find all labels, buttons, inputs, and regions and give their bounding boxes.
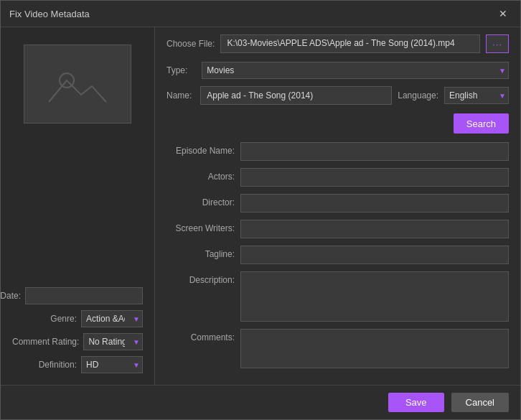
- language-label: Language:: [398, 90, 438, 101]
- episode-name-label: Episode Name:: [166, 142, 235, 156]
- left-fields: Release Date: Genre: Action &Adv Comedy …: [12, 287, 143, 373]
- language-select-wrapper: English French German Spanish ▼: [444, 87, 509, 104]
- name-language-row: Name: Language: English French German Sp…: [166, 86, 509, 105]
- left-panel: Release Date: Genre: Action &Adv Comedy …: [1, 27, 155, 385]
- type-row: Type: Movies TV Shows Music Videos ▼: [166, 62, 509, 79]
- genre-select[interactable]: Action &Adv Comedy Drama Horror: [81, 310, 143, 327]
- comments-textarea[interactable]: [240, 329, 509, 368]
- close-button[interactable]: ✕: [494, 6, 512, 21]
- screen-writers-label: Screen Writers:: [166, 220, 235, 233]
- language-select[interactable]: English French German Spanish: [444, 87, 509, 104]
- language-wrapper: Language: English French German Spanish …: [398, 87, 509, 104]
- screen-writers-input[interactable]: [240, 220, 509, 238]
- file-path-display: K:\03-Movies\APPLE ADS\Apple ad - The So…: [220, 34, 480, 53]
- tagline-row: Tagline:: [166, 246, 509, 264]
- content-area: Release Date: Genre: Action &Adv Comedy …: [1, 27, 520, 385]
- fix-video-metadata-dialog: Fix Video Metadata ✕ Release Date: Genre…: [0, 0, 521, 420]
- search-button[interactable]: Search: [454, 113, 509, 134]
- director-row: Director:: [166, 194, 509, 213]
- description-label: Description:: [166, 271, 235, 285]
- name-label: Name:: [166, 90, 192, 101]
- tagline-input[interactable]: [240, 246, 509, 264]
- comment-rating-label: Comment Rating:: [12, 337, 79, 347]
- name-input[interactable]: [200, 86, 392, 105]
- definition-select-wrapper: HD SD 4K ▼: [81, 356, 143, 373]
- screen-writers-row: Screen Writers:: [166, 220, 509, 238]
- comments-label: Comments:: [166, 329, 235, 342]
- type-label: Type:: [166, 65, 187, 75]
- director-label: Director:: [166, 194, 235, 207]
- comments-row: Comments:: [166, 329, 509, 368]
- cancel-button[interactable]: Cancel: [451, 393, 509, 412]
- tagline-label: Tagline:: [166, 246, 235, 259]
- dialog-title: Fix Video Metadata: [9, 9, 90, 19]
- episode-name-row: Episode Name:: [166, 142, 509, 161]
- browse-button[interactable]: ···: [486, 34, 509, 53]
- type-select-wrapper: Movies TV Shows Music Videos ▼: [202, 62, 509, 79]
- genre-select-wrapper: Action &Adv Comedy Drama Horror ▼: [81, 310, 143, 327]
- bottom-bar: Save Cancel: [1, 385, 520, 419]
- genre-label: Genre:: [12, 314, 77, 324]
- file-label: Choose File:: [166, 39, 215, 49]
- genre-row: Genre: Action &Adv Comedy Drama Horror ▼: [12, 310, 143, 327]
- description-row: Description:: [166, 271, 509, 322]
- release-date-input[interactable]: [25, 287, 143, 304]
- svg-rect-0: [42, 59, 113, 109]
- file-chooser-row: Choose File: K:\03-Movies\APPLE ADS\Appl…: [166, 34, 509, 53]
- type-select[interactable]: Movies TV Shows Music Videos: [202, 62, 509, 79]
- definition-select[interactable]: HD SD 4K: [81, 356, 143, 373]
- actors-input[interactable]: [240, 168, 509, 187]
- release-date-label: Release Date:: [1, 291, 21, 301]
- definition-row: Definition: HD SD 4K ▼: [12, 356, 143, 373]
- director-input[interactable]: [240, 194, 509, 213]
- episode-name-input[interactable]: [240, 142, 509, 161]
- save-button[interactable]: Save: [388, 393, 444, 412]
- right-panel: Choose File: K:\03-Movies\APPLE ADS\Appl…: [155, 27, 520, 385]
- release-date-row: Release Date:: [12, 287, 143, 304]
- title-bar: Fix Video Metadata ✕: [1, 1, 520, 27]
- comment-rating-select-wrapper: No Rating G PG PG-13 R ▼: [83, 333, 143, 350]
- definition-label: Definition:: [12, 360, 77, 370]
- actors-row: Actors:: [166, 168, 509, 187]
- comment-rating-row: Comment Rating: No Rating G PG PG-13 R ▼: [12, 333, 143, 350]
- description-textarea[interactable]: [240, 271, 509, 322]
- actors-label: Actors:: [166, 168, 235, 182]
- thumbnail-preview: [24, 45, 131, 123]
- comment-rating-select[interactable]: No Rating G PG PG-13 R: [83, 333, 143, 350]
